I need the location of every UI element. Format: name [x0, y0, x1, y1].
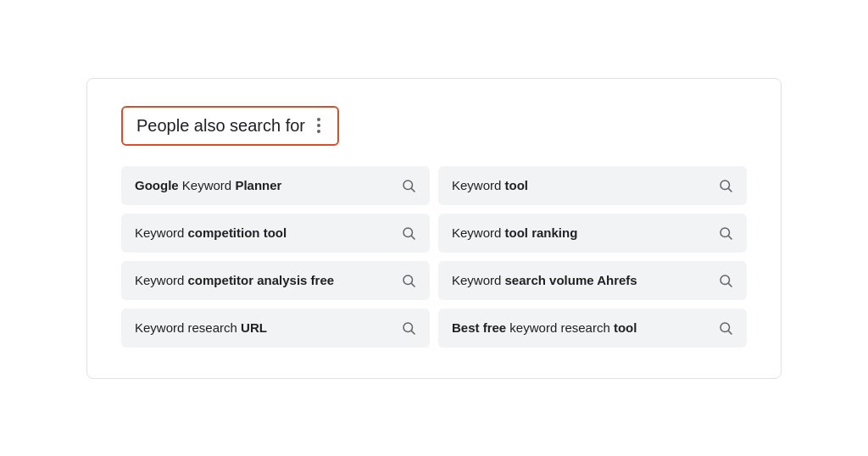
svg-point-4: [403, 228, 413, 237]
suggestion-google-keyword-planner[interactable]: Google Keyword Planner: [121, 166, 430, 205]
search-icon: [401, 320, 416, 336]
suggestion-text: Keyword research URL: [135, 320, 267, 335]
search-suggestions-grid: Google Keyword Planner Keyword tool Keyw…: [121, 166, 747, 348]
suggestion-text: Keyword competitor analysis free: [135, 273, 334, 287]
suggestion-keyword-tool-ranking[interactable]: Keyword tool ranking: [438, 214, 747, 253]
svg-point-10: [721, 275, 730, 285]
svg-line-15: [728, 331, 732, 334]
svg-line-11: [728, 283, 732, 286]
svg-line-13: [411, 331, 415, 334]
svg-point-0: [403, 181, 413, 190]
svg-line-9: [411, 283, 415, 286]
svg-point-8: [403, 275, 413, 285]
search-icon: [401, 273, 416, 288]
suggestion-text: Keyword search volume Ahrefs: [452, 273, 637, 287]
suggestion-text: Keyword tool ranking: [452, 225, 577, 240]
search-icon: [718, 320, 733, 336]
search-icon: [401, 225, 416, 241]
suggestion-best-free-keyword-research-tool[interactable]: Best free keyword research tool: [438, 309, 747, 348]
people-also-search-box: People also search for Google Keyword Pl…: [86, 78, 782, 379]
suggestion-keyword-search-volume-ahrefs[interactable]: Keyword search volume Ahrefs: [438, 261, 747, 300]
svg-point-14: [721, 323, 730, 332]
svg-point-6: [721, 228, 730, 237]
suggestion-text: Keyword competition tool: [135, 225, 287, 240]
more-options-icon[interactable]: [314, 116, 324, 135]
suggestion-keyword-tool[interactable]: Keyword tool: [438, 166, 747, 205]
svg-line-3: [728, 188, 732, 192]
search-icon: [718, 273, 733, 288]
svg-point-2: [721, 181, 730, 190]
suggestion-text: Best free keyword research tool: [452, 320, 637, 335]
svg-line-7: [728, 236, 732, 239]
search-icon: [718, 178, 733, 193]
suggestion-text: Keyword tool: [452, 178, 528, 192]
section-title: People also search for: [136, 116, 305, 136]
suggestion-keyword-research-url[interactable]: Keyword research URL: [121, 309, 430, 348]
svg-point-12: [403, 323, 413, 332]
suggestion-keyword-competitor-analysis-free[interactable]: Keyword competitor analysis free: [121, 261, 430, 300]
svg-line-5: [411, 236, 415, 239]
suggestion-keyword-competition-tool[interactable]: Keyword competition tool: [121, 214, 430, 253]
section-header: People also search for: [121, 106, 339, 146]
suggestion-text: Google Keyword Planner: [135, 178, 281, 192]
search-icon: [401, 178, 416, 193]
search-icon: [718, 225, 733, 241]
svg-line-1: [411, 188, 415, 192]
